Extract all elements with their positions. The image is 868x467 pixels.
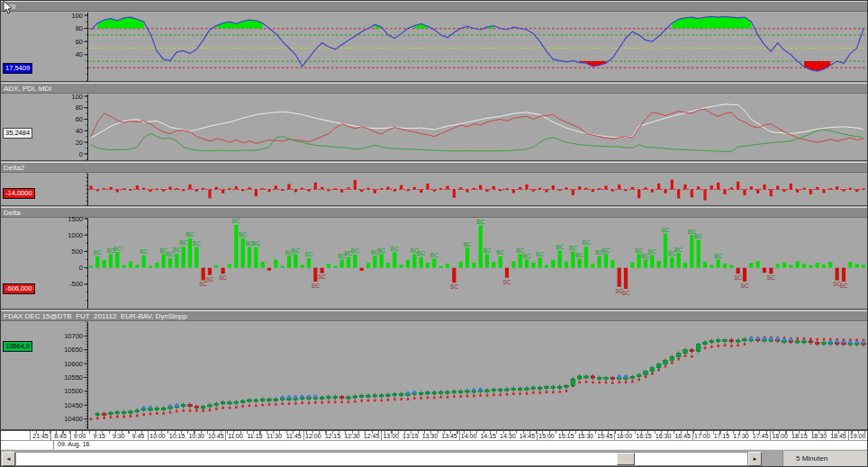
svg-text:BC: BC: [417, 250, 425, 256]
svg-text:SC: SC: [318, 274, 326, 280]
y-axis: 10700106501060010550105001045010400: [64, 322, 87, 429]
svg-text:40: 40: [76, 127, 83, 135]
hour-separator: [50, 431, 51, 440]
svg-text:BC: BC: [179, 239, 187, 246]
svg-text:SC: SC: [205, 276, 213, 283]
svg-text:BC: BC: [351, 247, 359, 254]
svg-text:10600: 10600: [64, 360, 83, 368]
svg-text:60: 60: [76, 38, 83, 46]
svg-text:BC: BC: [252, 240, 260, 247]
svg-text:BC: BC: [94, 249, 102, 256]
series-adx: [91, 104, 863, 138]
scroll-left-button[interactable]: ◄: [2, 452, 15, 466]
value-box: -14,0000: [3, 188, 35, 199]
svg-text:100: 100: [71, 93, 83, 101]
hour-separator: [303, 431, 304, 440]
svg-text:10650: 10650: [64, 346, 83, 354]
svg-text:BC: BC: [140, 248, 148, 255]
value-box: 35,2484: [3, 128, 32, 139]
svg-text:SC: SC: [621, 290, 629, 296]
panel-adx: ADX, PDI, MDI10080604020035,2484: [1, 83, 868, 161]
svg-text:BC: BC: [569, 245, 577, 251]
trading-app-window: RSI10080604017,5409ADX, PDI, MDI10080604…: [0, 0, 868, 467]
hour-separator: [537, 431, 538, 440]
svg-text:BC: BC: [556, 244, 564, 250]
svg-text:BC: BC: [496, 249, 504, 256]
svg-text:0: 0: [79, 264, 83, 272]
svg-text:BC: BC: [674, 247, 683, 253]
series-fdax: [95, 337, 865, 418]
value-box: 10664,0: [3, 341, 32, 352]
svg-text:BC: BC: [239, 231, 247, 238]
scrollbar-track[interactable]: [15, 452, 748, 466]
svg-text:BC: BC: [483, 247, 491, 254]
time-axis: 21:458:459:009:159:309:4510:0010:1510:30…: [1, 430, 868, 449]
series-signal-dots: [142, 337, 865, 409]
svg-text:-500: -500: [69, 280, 83, 288]
svg-text:BC: BC: [113, 246, 122, 252]
value-box: 17,5409: [3, 63, 32, 74]
timeframe-label: 5 Minuten: [796, 454, 827, 463]
svg-text:0: 0: [79, 150, 83, 158]
svg-text:10450: 10450: [64, 401, 83, 409]
chart-plot-0[interactable]: 100806040: [1, 2, 868, 83]
svg-text:100: 100: [71, 12, 83, 20]
scrollbar-thumb[interactable]: [617, 453, 635, 465]
chart-plot-2[interactable]: [1, 163, 868, 207]
svg-text:BC: BC: [173, 247, 181, 253]
svg-text:BC: BC: [476, 219, 484, 225]
scrollbar-gap: [763, 451, 782, 467]
svg-text:BC: BC: [694, 233, 702, 239]
svg-text:BC: BC: [430, 252, 439, 258]
svg-text:60: 60: [76, 115, 83, 123]
svg-text:SC: SC: [839, 283, 847, 289]
svg-text:SC: SC: [312, 283, 320, 289]
mouse-cursor-icon: [3, 1, 15, 15]
svg-text:80: 80: [76, 24, 83, 32]
axis-start-separator: [30, 431, 31, 440]
svg-text:BC: BC: [601, 247, 610, 254]
svg-text:SC: SC: [450, 283, 458, 290]
svg-text:BC: BC: [661, 227, 669, 233]
chart-plot-4[interactable]: 10700106501060010550105001045010400: [1, 311, 868, 431]
time-axis-date-row: 09. Aug. 16: [1, 440, 868, 449]
panel-dynstopp: FDAX DEC 15@DTB FUT 201112 EUR-BAV, DynS…: [1, 310, 868, 430]
hour-separator: [614, 431, 615, 440]
svg-text:BC: BC: [377, 247, 385, 254]
series-rsi: [91, 16, 863, 71]
hour-separator: [692, 431, 693, 440]
svg-text:500: 500: [71, 247, 83, 256]
svg-text:SC: SC: [502, 279, 511, 285]
svg-text:BC: BC: [522, 253, 530, 259]
scroll-right-button[interactable]: ►: [748, 452, 762, 466]
svg-text:BC: BC: [582, 239, 590, 246]
hour-separator: [381, 431, 382, 440]
svg-text:40: 40: [76, 50, 83, 58]
svg-text:10550: 10550: [64, 373, 83, 382]
svg-text:10400: 10400: [64, 415, 83, 423]
svg-text:BC: BC: [193, 240, 201, 247]
panel-rsi: RSI10080604017,5409: [1, 1, 868, 82]
horizontal-scrollbar[interactable]: ◄ ► 5 Minuten: [1, 449, 868, 467]
value-box: -606,000: [3, 283, 35, 294]
panel-delta2: Delta2-14,0000: [1, 162, 868, 206]
hour-separator: [225, 431, 226, 440]
svg-text:20: 20: [76, 139, 83, 147]
hour-separator: [70, 431, 71, 440]
date-label: 09. Aug. 16: [58, 441, 89, 447]
chart-plot-3[interactable]: 150010005000-500BCBCBCBCBCBCBCBCBCBCSCSC…: [1, 208, 868, 310]
timeframe-panel[interactable]: 5 Minuten: [782, 451, 868, 467]
y-axis: [86, 174, 88, 205]
svg-text:SC: SC: [734, 274, 742, 281]
date-separator: [53, 440, 54, 449]
svg-text:BC: BC: [232, 218, 240, 224]
svg-text:BC: BC: [304, 251, 312, 257]
svg-text:1500: 1500: [68, 215, 83, 223]
svg-text:BC: BC: [536, 251, 544, 257]
svg-text:BC: BC: [185, 231, 194, 238]
svg-text:BC: BC: [714, 253, 722, 259]
y-axis: 150010005000-500: [68, 215, 87, 309]
chart-plot-1[interactable]: 100806040200: [1, 84, 868, 162]
hour-separator: [770, 431, 771, 440]
series-delta: BCBCBCBCBCBCBCBCBCBCSCSCSCBCBCBCBCBCBCBC…: [89, 218, 865, 296]
